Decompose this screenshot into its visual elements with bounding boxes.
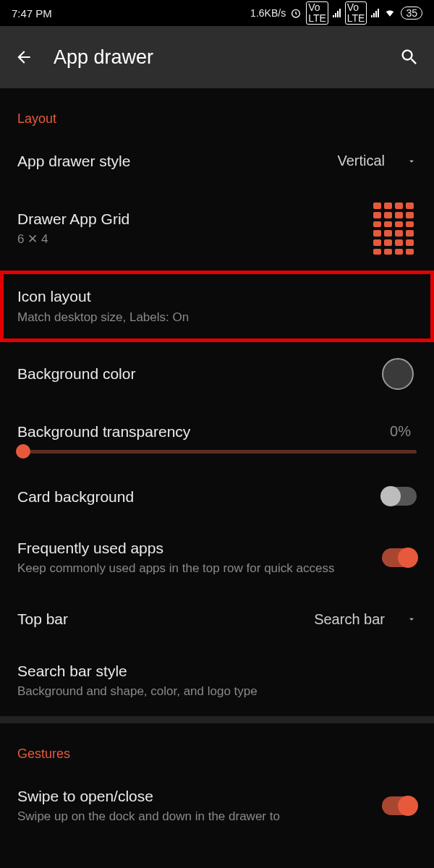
row-value: 0% bbox=[390, 423, 411, 440]
chevron-down-icon bbox=[407, 156, 417, 166]
status-bar: 7:47 PM 1.6KB/s VoLTE VoLTE 35 bbox=[0, 0, 434, 26]
row-sub: Match desktop size, Labels: On bbox=[17, 310, 417, 326]
toggle-swipe[interactable] bbox=[382, 796, 417, 815]
row-title: Search bar style bbox=[17, 661, 417, 681]
row-drawer-app-grid[interactable]: Drawer App Grid 6 ✕ 4 bbox=[0, 187, 434, 271]
transparency-slider[interactable] bbox=[0, 450, 434, 471]
divider bbox=[0, 716, 434, 723]
row-title: Top bar bbox=[17, 609, 302, 629]
row-value: Vertical bbox=[337, 153, 385, 169]
toggle-card-background[interactable] bbox=[382, 487, 417, 506]
volte-badge-1: VoLTE bbox=[306, 1, 328, 25]
row-title: Card background bbox=[17, 487, 370, 506]
row-search-bar-style[interactable]: Search bar style Background and shape, c… bbox=[0, 645, 434, 716]
row-app-drawer-style[interactable]: App drawer style Vertical bbox=[0, 135, 434, 187]
wifi-icon bbox=[383, 8, 396, 18]
slider-thumb[interactable] bbox=[16, 444, 30, 459]
row-title: Background transparency bbox=[17, 422, 378, 441]
page-title: App drawer bbox=[54, 46, 379, 69]
volte-badge-2: VoLTE bbox=[345, 1, 367, 25]
row-sub: 6 ✕ 4 bbox=[17, 231, 362, 248]
row-title: Frequently used apps bbox=[17, 538, 370, 558]
row-background-color[interactable]: Background color bbox=[0, 342, 434, 406]
status-time: 7:47 PM bbox=[12, 7, 52, 20]
alarm-icon bbox=[290, 7, 302, 19]
section-layout: Layout bbox=[0, 88, 434, 135]
back-icon[interactable] bbox=[14, 48, 33, 67]
row-title: Drawer App Grid bbox=[17, 209, 362, 229]
signal-icon-1 bbox=[333, 9, 341, 17]
row-title: Swipe to open/close bbox=[17, 786, 370, 806]
section-gestures: Gestures bbox=[0, 723, 434, 770]
status-net-speed: 1.6KB/s bbox=[250, 7, 286, 19]
row-background-transparency[interactable]: Background transparency 0% bbox=[0, 406, 434, 450]
row-title: Background color bbox=[17, 364, 370, 383]
grid-icon bbox=[373, 203, 414, 255]
row-swipe-open-close[interactable]: Swipe to open/close Swipe up on the dock… bbox=[0, 770, 434, 825]
row-sub: Swipe up on the dock and down in the dra… bbox=[17, 809, 370, 825]
row-title: Icon layout bbox=[17, 286, 417, 306]
signal-icon-2 bbox=[371, 9, 379, 17]
row-icon-layout[interactable]: Icon layout Match desktop size, Labels: … bbox=[0, 271, 434, 341]
row-card-background[interactable]: Card background bbox=[0, 471, 434, 522]
search-icon[interactable] bbox=[399, 47, 420, 67]
chevron-down-icon bbox=[407, 614, 417, 624]
status-right: 1.6KB/s VoLTE VoLTE 35 bbox=[250, 1, 422, 25]
color-swatch bbox=[382, 358, 414, 390]
row-title: App drawer style bbox=[17, 151, 326, 171]
row-sub: Background and shape, color, and logo ty… bbox=[17, 684, 417, 700]
app-header: App drawer bbox=[0, 26, 434, 88]
row-value: Search bar bbox=[314, 611, 385, 628]
toggle-frequently-used[interactable] bbox=[382, 548, 417, 567]
row-sub: Keep commonly used apps in the top row f… bbox=[17, 561, 370, 577]
row-frequently-used-apps[interactable]: Frequently used apps Keep commonly used … bbox=[0, 522, 434, 593]
battery-indicator: 35 bbox=[401, 7, 422, 20]
row-top-bar[interactable]: Top bar Search bar bbox=[0, 593, 434, 644]
